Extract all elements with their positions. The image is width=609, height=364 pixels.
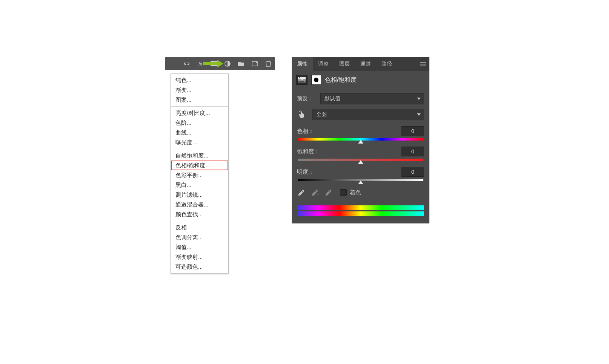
menu-item[interactable]: 色调分离...	[171, 232, 228, 242]
menu-item[interactable]: 照片滤镜...	[171, 190, 228, 200]
panel-tabs: 属性调整图层通道路径	[292, 57, 429, 71]
trash-icon[interactable]	[265, 60, 272, 67]
panel-tab[interactable]: 路径	[376, 57, 397, 71]
new-layer-icon[interactable]	[251, 60, 258, 67]
checkbox-box[interactable]	[340, 189, 347, 196]
adjustment-icon[interactable]	[224, 60, 231, 67]
menu-item[interactable]: 曲线...	[171, 128, 228, 138]
slider-thumb[interactable]	[358, 180, 363, 184]
eyedropper-subtract-icon[interactable]: -	[324, 188, 333, 197]
menu-item[interactable]: 亮度/对比度...	[171, 108, 228, 118]
chevron-down-icon	[417, 113, 421, 116]
panel-tab[interactable]: 调整	[313, 57, 334, 71]
colorize-checkbox[interactable]: 着色	[340, 189, 361, 196]
saturation-label: 饱和度：	[297, 148, 398, 155]
colorize-label: 着色	[350, 189, 361, 196]
menu-item[interactable]: 颜色查找...	[171, 210, 228, 219]
svg-point-1	[212, 62, 215, 65]
menu-item[interactable]: 自然饱和度...	[171, 151, 228, 161]
hue-label: 色相：	[297, 128, 398, 135]
panel-tab[interactable]: 属性	[292, 57, 313, 71]
panel-title: 色相/饱和度	[325, 76, 357, 84]
menu-item[interactable]: 纯色...	[171, 75, 228, 85]
panel-header: 色相/饱和度	[292, 71, 429, 89]
menu-item[interactable]: 反相	[171, 223, 228, 232]
svg-rect-12	[304, 81, 305, 82]
preset-value: 默认值	[324, 95, 340, 102]
link-icon[interactable]	[183, 60, 191, 67]
layer-toolbar: fx	[165, 57, 275, 70]
svg-text:-: -	[331, 193, 332, 196]
menu-item[interactable]: 色相/饱和度...	[171, 161, 228, 170]
menu-item[interactable]: 色阶...	[171, 118, 228, 128]
hue-sat-icon	[296, 75, 308, 85]
eyedropper-icon[interactable]	[297, 188, 306, 197]
svg-text:+: +	[317, 193, 319, 196]
preset-label: 预设：	[297, 95, 317, 102]
saturation-slider[interactable]	[298, 159, 423, 161]
preset-select[interactable]: 默认值	[320, 93, 424, 104]
panel-body: 预设： 默认值 全图 色相： 0 饱和度： 0	[292, 93, 429, 223]
saturation-value[interactable]: 0	[401, 147, 424, 156]
eyedropper-row: + - 着色	[297, 188, 424, 197]
svg-point-13	[299, 111, 300, 112]
hue-value[interactable]: 0	[401, 126, 424, 136]
svg-rect-10	[299, 77, 300, 78]
preset-row: 预设： 默认值	[297, 93, 424, 104]
properties-panel: 属性调整图层通道路径 色相/饱和度 预设： 默认值	[292, 57, 429, 223]
panel-tab[interactable]: 图层	[334, 57, 355, 71]
slider-thumb[interactable]	[358, 140, 363, 144]
saturation-row: 饱和度： 0	[297, 147, 424, 156]
svg-rect-3	[252, 61, 257, 66]
menu-item[interactable]: 渐变映射...	[171, 252, 228, 262]
svg-rect-11	[301, 79, 303, 80]
menu-item[interactable]: 图案...	[171, 95, 228, 105]
menu-item[interactable]: 阈值...	[171, 242, 228, 252]
panel-tab[interactable]: 通道	[355, 57, 376, 71]
menu-item[interactable]: 曝光度...	[171, 138, 228, 147]
lightness-row: 明度： 0	[297, 167, 424, 177]
svg-rect-5	[420, 64, 426, 64]
hue-row: 色相： 0	[297, 126, 424, 136]
mask-icon[interactable]	[210, 60, 218, 67]
spectrum-bar-bottom	[297, 211, 424, 216]
hue-slider[interactable]	[298, 138, 423, 141]
menu-item[interactable]: 渐变...	[171, 85, 228, 95]
range-row: 全图	[297, 109, 424, 120]
menu-item[interactable]: 色彩平衡...	[171, 170, 228, 180]
lightness-slider[interactable]	[298, 179, 423, 181]
menu-item[interactable]: 黑白...	[171, 180, 228, 190]
svg-rect-4	[420, 62, 426, 63]
chevron-down-icon	[417, 98, 421, 100]
slider-thumb[interactable]	[358, 160, 363, 164]
range-value: 全图	[316, 111, 327, 118]
lightness-value[interactable]: 0	[401, 167, 424, 177]
svg-rect-6	[420, 66, 426, 66]
range-select[interactable]: 全图	[312, 109, 424, 120]
menu-item[interactable]: 可选颜色...	[171, 262, 228, 272]
svg-point-14	[300, 111, 301, 112]
adjustment-layer-menu: 纯色...渐变...图案...亮度/对比度...色阶...曲线...曝光度...…	[171, 73, 229, 274]
fx-icon[interactable]: fx	[197, 60, 204, 67]
spectrum-bar-top	[297, 205, 424, 210]
layer-mask-thumb[interactable]	[311, 75, 321, 85]
lightness-label: 明度：	[297, 168, 398, 176]
menu-item[interactable]: 通道混合器...	[171, 200, 228, 210]
targeted-adjust-icon[interactable]	[297, 110, 307, 119]
folder-icon[interactable]	[237, 60, 245, 67]
panel-menu-icon[interactable]	[417, 57, 429, 71]
eyedropper-add-icon[interactable]: +	[311, 188, 320, 197]
